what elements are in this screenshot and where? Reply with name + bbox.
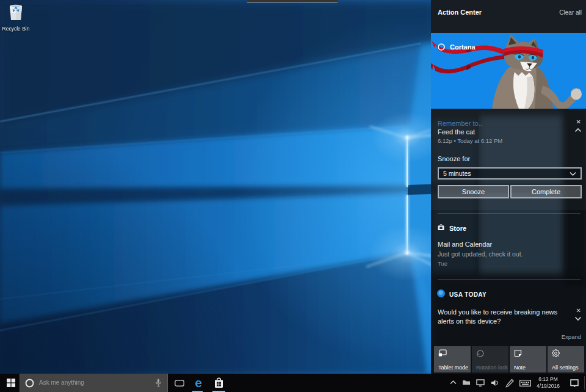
svg-text:Cortana: Cortana — [450, 43, 476, 51]
